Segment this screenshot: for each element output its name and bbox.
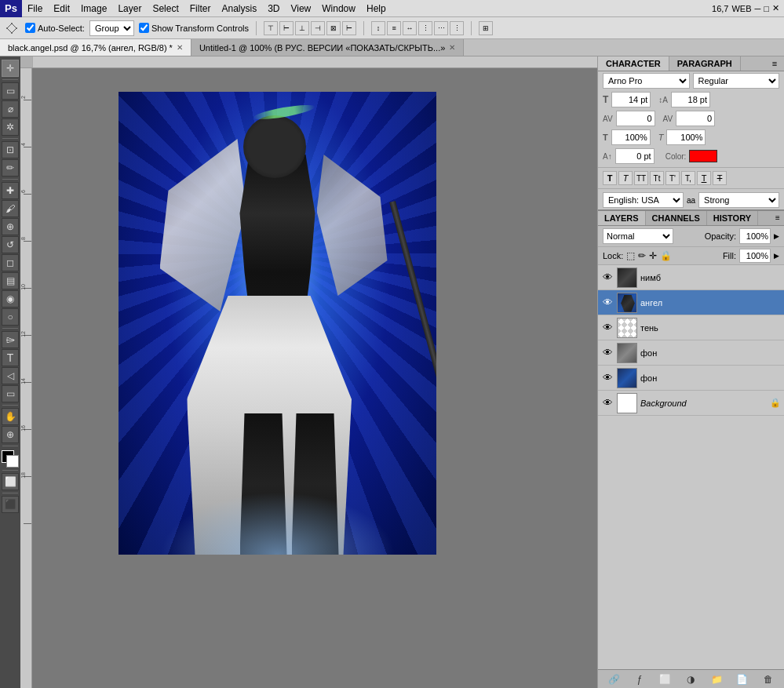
- menu-help[interactable]: Help: [361, 0, 392, 16]
- layer-nimb[interactable]: 👁 нимб: [598, 265, 784, 290]
- align-left-btn[interactable]: ⊣: [311, 21, 325, 35]
- menu-select[interactable]: Select: [147, 0, 184, 16]
- hscale-input[interactable]: [611, 129, 651, 145]
- menu-window[interactable]: Window: [316, 0, 361, 16]
- layer-effects-btn[interactable]: ƒ: [632, 672, 647, 686]
- layer-fon2[interactable]: 👁 фон: [598, 366, 784, 391]
- path-tool[interactable]: ◁: [2, 367, 19, 384]
- fill-input[interactable]: [739, 249, 771, 263]
- layer-fon2-eye[interactable]: 👁: [601, 372, 614, 384]
- blur-tool[interactable]: ◉: [2, 290, 19, 308]
- tab-2-close[interactable]: ✕: [449, 43, 455, 52]
- kerning-input[interactable]: [616, 111, 655, 126]
- layer-delete-btn[interactable]: 🗑: [760, 672, 776, 686]
- minimize-btn[interactable]: ─: [755, 4, 761, 13]
- zoom-tool[interactable]: ⊕: [2, 426, 19, 443]
- underline-btn[interactable]: T: [697, 171, 711, 185]
- clone-tool[interactable]: ⊕: [2, 218, 19, 235]
- healing-tool[interactable]: ✚: [2, 182, 19, 199]
- layer-background[interactable]: 👁 Background 🔒: [598, 391, 784, 416]
- type-tool[interactable]: T: [2, 349, 19, 366]
- channels-tab[interactable]: CHANNELS: [646, 211, 707, 225]
- strikethrough-btn[interactable]: T: [713, 171, 727, 185]
- align-hcenter-btn[interactable]: ⊠: [326, 21, 341, 35]
- eraser-tool[interactable]: ◻: [2, 254, 19, 271]
- dist-bottom-btn[interactable]: ↔: [403, 21, 417, 35]
- align-top-btn[interactable]: ⊤: [264, 21, 278, 35]
- dist-right-btn[interactable]: ⋮: [450, 21, 464, 35]
- align-vcenter-btn[interactable]: ⊢: [279, 21, 294, 35]
- show-transform-checkbox[interactable]: [139, 23, 149, 33]
- antialias-select[interactable]: Strong: [698, 192, 779, 208]
- lasso-tool[interactable]: ⌀: [2, 100, 19, 118]
- hand-tool[interactable]: ✋: [2, 408, 19, 425]
- magic-wand-tool[interactable]: ✲: [2, 118, 19, 136]
- screen-mode-tool[interactable]: ⬛: [2, 496, 19, 513]
- font-family-select[interactable]: Arno Pro: [603, 73, 690, 89]
- layer-angel[interactable]: 👁 ангел: [598, 290, 784, 315]
- leading-input[interactable]: [671, 92, 710, 107]
- brush-tool[interactable]: 🖌: [2, 200, 19, 217]
- eyedropper-tool[interactable]: ✏: [2, 159, 19, 177]
- layers-panel-menu[interactable]: ≡: [771, 211, 784, 224]
- layer-mask-btn[interactable]: ⬜: [658, 672, 673, 686]
- dodge-tool[interactable]: ○: [2, 308, 19, 326]
- menu-image[interactable]: Image: [75, 0, 112, 16]
- layer-angel-eye[interactable]: 👁: [601, 297, 614, 309]
- layer-adjustment-btn[interactable]: ◑: [683, 672, 698, 686]
- move-tool[interactable]: ✛: [2, 60, 19, 77]
- tab-1-close[interactable]: ✕: [177, 43, 183, 52]
- layer-fon1-eye[interactable]: 👁: [601, 347, 614, 359]
- fg-bg-colors[interactable]: [2, 450, 19, 468]
- dist-vcenter-btn[interactable]: ≡: [387, 21, 401, 35]
- lock-paint-btn[interactable]: ✏: [638, 250, 646, 261]
- quick-mask-tool[interactable]: ⬜: [2, 473, 19, 490]
- marquee-tool[interactable]: ▭: [2, 82, 19, 100]
- menu-edit[interactable]: Edit: [48, 0, 75, 16]
- auto-select-checkbox[interactable]: [25, 23, 35, 33]
- fill-arrow[interactable]: ▶: [774, 252, 779, 260]
- color-swatch[interactable]: [689, 150, 717, 162]
- allcaps-btn[interactable]: TT: [634, 171, 648, 185]
- smallcaps-btn[interactable]: Tt: [650, 171, 664, 185]
- menu-3d[interactable]: 3D: [262, 0, 285, 16]
- font-size-input[interactable]: [611, 92, 651, 107]
- crop-tool[interactable]: ⊡: [2, 141, 19, 158]
- auto-align-btn[interactable]: ⊞: [479, 21, 493, 35]
- menu-layer[interactable]: Layer: [112, 0, 147, 16]
- paragraph-tab[interactable]: PARAGRAPH: [669, 56, 741, 71]
- layer-new-btn[interactable]: 📄: [735, 672, 750, 686]
- layer-group-btn[interactable]: 📁: [709, 672, 724, 686]
- menu-filter[interactable]: Filter: [184, 0, 217, 16]
- layer-fon1[interactable]: 👁 фон: [598, 340, 784, 366]
- pen-tool[interactable]: ⌲: [2, 331, 19, 348]
- bold-btn[interactable]: T: [603, 171, 617, 185]
- vscale-input[interactable]: [666, 129, 706, 145]
- dist-top-btn[interactable]: ↕: [371, 21, 385, 35]
- blend-mode-select[interactable]: Normal: [603, 228, 673, 244]
- tab-1[interactable]: black.angel.psd @ 16,7% (ангел, RGB/8) *…: [0, 39, 191, 56]
- lock-transparent-btn[interactable]: ⬚: [626, 250, 635, 261]
- character-tab[interactable]: CHARACTER: [598, 56, 669, 71]
- subscript-btn[interactable]: T,: [681, 171, 695, 185]
- italic-btn[interactable]: T: [618, 171, 633, 185]
- align-right-btn[interactable]: ⊢: [342, 21, 356, 35]
- align-bottom-btn[interactable]: ⊥: [295, 21, 309, 35]
- layer-background-eye[interactable]: 👁: [601, 397, 614, 410]
- opacity-input[interactable]: [739, 228, 771, 244]
- menu-view[interactable]: View: [285, 0, 316, 16]
- canvas-viewport[interactable]: [32, 68, 597, 688]
- layer-link-btn[interactable]: 🔗: [606, 672, 622, 686]
- layer-nimb-eye[interactable]: 👁: [601, 271, 614, 284]
- layer-shadow-eye[interactable]: 👁: [601, 322, 614, 334]
- dist-left-btn[interactable]: ⋮: [418, 21, 432, 35]
- tab-2[interactable]: Untitled-1 @ 100% (В РУС. ВЕРСИИ «ПОКАЗА…: [191, 39, 464, 56]
- dist-hcenter-btn[interactable]: ⋯: [434, 21, 448, 35]
- close-btn[interactable]: ✕: [772, 3, 779, 13]
- restore-btn[interactable]: □: [764, 4, 769, 13]
- font-style-select[interactable]: Regular: [693, 73, 780, 89]
- background-color[interactable]: [6, 455, 19, 468]
- superscript-btn[interactable]: T': [665, 171, 680, 185]
- auto-select-dropdown[interactable]: Group: [89, 20, 134, 36]
- gradient-tool[interactable]: ▤: [2, 272, 19, 289]
